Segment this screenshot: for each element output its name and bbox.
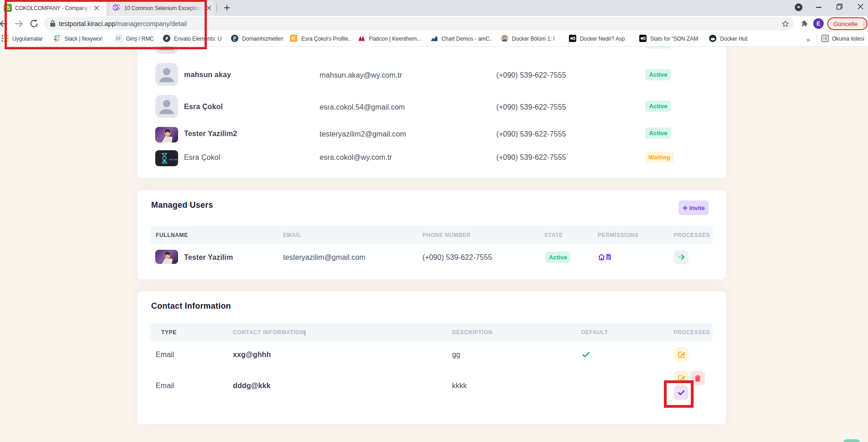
- svg-text:P: P: [233, 36, 237, 41]
- svg-text:THE TIME: THE TIME: [169, 158, 178, 161]
